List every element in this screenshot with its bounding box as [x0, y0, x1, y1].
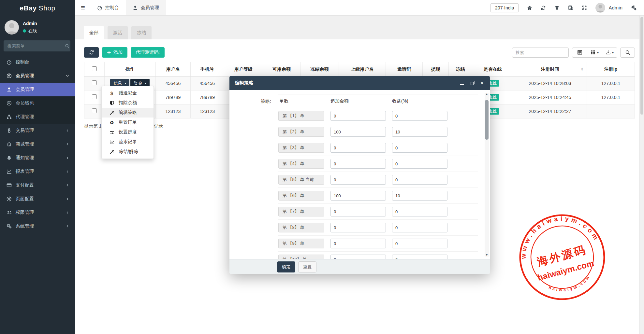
- cell: 123123: [190, 104, 224, 118]
- sidebar-item[interactable]: 通知管理: [0, 151, 75, 165]
- agent-invite-code-button[interactable]: 代理邀请码:: [131, 47, 165, 58]
- profit-percent-input[interactable]: [392, 127, 447, 137]
- sidebar-item[interactable]: 页面配置: [0, 192, 75, 206]
- profit-percent-input[interactable]: [392, 175, 447, 185]
- navbar-tab-dashboard[interactable]: 控制台: [90, 0, 126, 15]
- sidebar-search: [4, 40, 70, 51]
- page-tab[interactable]: 激活: [108, 26, 128, 39]
- scroll-up-icon[interactable]: ▲: [485, 93, 489, 96]
- page-tab[interactable]: 冻结: [131, 26, 152, 39]
- profit-percent-input[interactable]: [392, 143, 447, 153]
- table-search-input[interactable]: [512, 48, 569, 58]
- column-header: 上级用户名: [339, 62, 386, 77]
- sidebar-item[interactable]: 会员管理: [0, 69, 75, 83]
- sidebar-item[interactable]: cc会员钱包: [0, 96, 75, 110]
- profit-percent-input[interactable]: [392, 191, 447, 201]
- toolbar-right: ▾ ▾: [512, 48, 635, 58]
- add-amount-input[interactable]: [330, 207, 386, 216]
- order-step-label: 第 【1】 单: [278, 111, 324, 121]
- dropdown-item[interactable]: ♻重置订单: [102, 118, 154, 127]
- modal-scrollbar-thumb[interactable]: [485, 100, 489, 140]
- dropdown-item[interactable]: 扣除余额: [102, 98, 154, 108]
- dropdown-item-label: 编辑策略: [119, 110, 137, 116]
- sidebar-search-input[interactable]: [7, 44, 65, 49]
- confirm-button[interactable]: 确定: [277, 261, 295, 272]
- close-button[interactable]: ×: [480, 81, 484, 85]
- page-tab[interactable]: 全部: [84, 26, 104, 39]
- add-amount-input[interactable]: [330, 159, 386, 169]
- profit-percent-input[interactable]: [392, 255, 447, 259]
- dropdown-item[interactable]: 冻结/解冻: [102, 147, 154, 157]
- dropdown-item-label: 扣除余额: [119, 100, 137, 106]
- hamburger-icon[interactable]: ≡: [75, 4, 90, 11]
- cell: 789789: [155, 90, 190, 104]
- select-all-checkbox[interactable]: [92, 66, 97, 71]
- profit-percent-input[interactable]: [392, 239, 447, 248]
- sidebar-item[interactable]: 交易管理: [0, 124, 75, 137]
- plus-icon: [107, 50, 111, 55]
- page-scrollbar[interactable]: [639, 16, 644, 334]
- home-icon[interactable]: [527, 5, 532, 10]
- sidebar-item[interactable]: 会员管理: [0, 83, 75, 96]
- add-amount-input[interactable]: [330, 111, 386, 121]
- profit-percent-input[interactable]: [392, 207, 447, 216]
- sidebar-item[interactable]: 权限管理: [0, 206, 75, 219]
- add-amount-input[interactable]: [330, 239, 386, 248]
- modal-footer: 确定 重置: [229, 259, 490, 274]
- column-header-sortable[interactable]: 注册时间▲▼: [513, 62, 587, 77]
- add-amount-input[interactable]: [330, 175, 386, 185]
- add-amount-input[interactable]: [330, 255, 386, 259]
- add-button[interactable]: 添加: [102, 47, 127, 58]
- dropdown-item[interactable]: $赠送彩金: [102, 88, 154, 98]
- reset-button[interactable]: 重置: [298, 261, 316, 272]
- export-button[interactable]: ▾: [602, 48, 617, 58]
- trash-icon[interactable]: [554, 5, 560, 10]
- minimize-button[interactable]: [460, 81, 464, 85]
- profit-percent-input[interactable]: [392, 111, 447, 121]
- gauge-icon: [6, 60, 12, 65]
- scroll-down-icon[interactable]: ▼: [485, 254, 489, 257]
- dropdown-item[interactable]: 设置进度: [102, 127, 154, 137]
- modal-scrollbar[interactable]: ▲ ▼: [485, 93, 489, 257]
- profit-percent-input[interactable]: [392, 223, 447, 232]
- add-amount-input[interactable]: [330, 223, 386, 232]
- profit-percent-input[interactable]: [392, 159, 447, 169]
- maximize-button[interactable]: [470, 81, 474, 85]
- register-ip-cell: 127.0.0.1: [587, 90, 635, 104]
- row-checkbox[interactable]: [92, 94, 97, 99]
- avatar: [595, 3, 605, 13]
- add-amount-input[interactable]: [330, 191, 386, 201]
- navbar-right: 207-India Admin: [490, 0, 644, 15]
- sidebar-item[interactable]: 控制台: [0, 55, 75, 69]
- dropdown-item[interactable]: 流水记录: [102, 137, 154, 147]
- navbar-user[interactable]: Admin: [595, 3, 622, 13]
- fullscreen-icon[interactable]: [582, 5, 587, 10]
- row-checkbox[interactable]: [92, 80, 97, 85]
- chart-icon: [6, 169, 12, 174]
- dropdown-item[interactable]: 编辑策略: [102, 108, 154, 118]
- row-checkbox[interactable]: [92, 108, 97, 113]
- region-selector[interactable]: 207-India: [490, 3, 519, 12]
- sidebar-item[interactable]: 代理管理: [0, 110, 75, 124]
- sidebar-item[interactable]: 报表管理: [0, 165, 75, 178]
- caret-down-icon: ▾: [597, 51, 599, 54]
- refresh-table-button[interactable]: [84, 47, 99, 58]
- sidebar-item[interactable]: 系统管理: [0, 219, 75, 233]
- cogs-icon[interactable]: [631, 5, 637, 11]
- search-button[interactable]: [620, 48, 635, 58]
- dropdown-item-label: 设置进度: [119, 129, 137, 135]
- add-amount-input[interactable]: [330, 127, 386, 137]
- top-navbar: ≡ 控制台 会员管理 207-India Adm: [75, 0, 644, 16]
- detail-view-button[interactable]: [572, 48, 587, 58]
- translate-icon[interactable]: [568, 5, 573, 10]
- columns-button[interactable]: ▾: [587, 48, 602, 58]
- page-scrollbar-thumb[interactable]: [640, 17, 643, 115]
- navbar-tab-members[interactable]: 会员管理: [126, 0, 166, 15]
- refresh-icon[interactable]: [541, 5, 546, 10]
- order-step-label: 第 【7】 单: [278, 207, 324, 216]
- add-amount-input[interactable]: [330, 143, 386, 153]
- sidebar-item[interactable]: 支付配置: [0, 178, 75, 192]
- order-step-label: 第 【6】 单: [278, 191, 324, 201]
- sidebar-item[interactable]: 商城管理: [0, 137, 75, 151]
- sidebar-item-label: 报表管理: [16, 169, 34, 174]
